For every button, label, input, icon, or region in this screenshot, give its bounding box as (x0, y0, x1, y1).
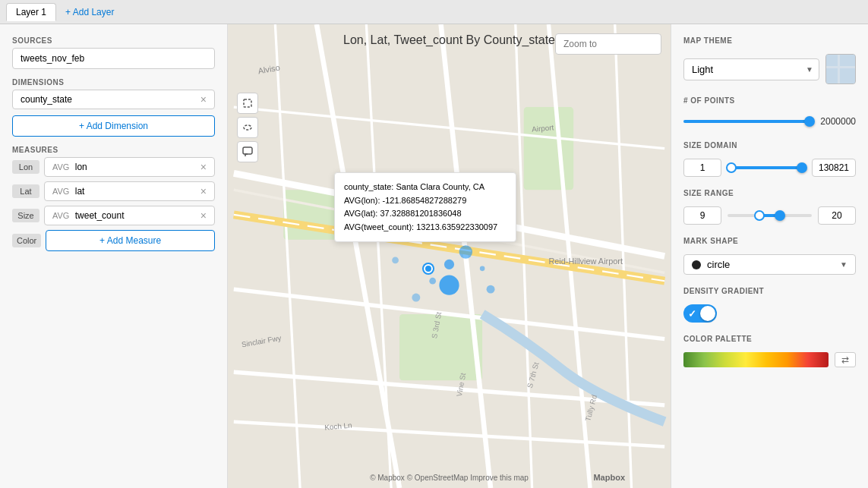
add-measure-button[interactable]: + Add Measure (46, 230, 215, 251)
svg-text:Reid-Hillview Airport: Reid-Hillview Airport (548, 257, 623, 266)
size-domain-slider-thumb-right[interactable] (797, 162, 807, 173)
comment-btn[interactable] (237, 141, 258, 162)
size-range-slider-thumb-right[interactable] (775, 210, 785, 221)
size-domain-max-input[interactable] (812, 159, 856, 177)
svg-point-29 (459, 245, 472, 258)
zoom-to-input[interactable] (555, 33, 661, 55)
svg-point-36 (244, 125, 251, 130)
size-domain-slider-fill (728, 166, 802, 169)
right-panel: MAP THEME Light Dark Satellite Streets ▼ (671, 24, 868, 488)
size-range-min-input[interactable] (683, 206, 721, 225)
measure-remove-lon[interactable]: × (200, 162, 207, 172)
sources-label: SOURCES (12, 36, 215, 45)
measure-pill-lon: AVG lon × (44, 157, 215, 177)
source-input[interactable] (12, 48, 215, 69)
toggle-check-icon: ✓ (688, 308, 696, 320)
color-palette-gradient[interactable] (683, 352, 829, 367)
map-svg: Alviso Reid-Hillview Airport Sinclair Fw… (228, 24, 671, 488)
size-range-label: SIZE RANGE (683, 189, 856, 197)
density-toggle-container: ✓ (683, 304, 856, 323)
tooltip-lon: AVG(lon): -121.86854827288279 (344, 194, 507, 208)
measure-badge-lat: Lat (12, 184, 39, 198)
tab-layer1[interactable]: Layer 1 (6, 3, 56, 21)
density-gradient-label: DENSITY GRADIENT (683, 287, 856, 295)
add-dimension-button[interactable]: + Add Dimension (12, 115, 215, 137)
measure-pill-lat: AVG lat × (44, 181, 215, 201)
map-theme-label: MAP THEME (683, 36, 856, 45)
mark-shape-value: circle (707, 259, 834, 270)
density-gradient-section: DENSITY GRADIENT ✓ (683, 287, 856, 323)
size-range-row (683, 206, 856, 225)
svg-rect-39 (826, 66, 856, 68)
size-range-max-input[interactable] (818, 206, 856, 225)
measure-field-size: tweet_count (72, 210, 124, 221)
svg-point-34 (439, 275, 459, 295)
size-domain-slider-thumb-left[interactable] (726, 162, 737, 173)
lasso-select-btn[interactable] (237, 117, 258, 138)
theme-row: Light Dark Satellite Streets ▼ (683, 54, 856, 84)
main-layout: SOURCES DIMENSIONS county_state × + Add … (0, 24, 868, 488)
measures-section: MEASURES Lon AVG lon × Lat AVG lat × Siz… (12, 146, 215, 256)
measure-remove-lat[interactable]: × (200, 186, 207, 197)
num-points-slider-track (683, 120, 812, 123)
measure-badge-size: Size (12, 209, 39, 222)
map-theme-select-wrapper: Light Dark Satellite Streets ▼ (683, 58, 819, 80)
mark-shape-label: MARK SHAPE (683, 237, 856, 245)
tab-bar: Layer 1 + Add Layer (0, 0, 868, 24)
dimension-remove-btn[interactable]: × (200, 94, 207, 105)
measures-label: MEASURES (12, 146, 215, 154)
measure-avg-size: AVG (52, 211, 69, 220)
measure-avg-lat: AVG (52, 187, 69, 196)
measure-badge-color: Color (12, 234, 41, 247)
palette-swap-button[interactable]: ⇄ (835, 352, 856, 367)
num-points-section: # OF POINTS 2000000 (683, 96, 856, 129)
svg-rect-37 (243, 147, 252, 154)
map-preview-thumbnail (825, 54, 856, 84)
size-domain-section: SIZE DOMAIN (683, 141, 856, 177)
measure-row-lat: Lat AVG lat × (12, 181, 215, 201)
map-theme-section: MAP THEME Light Dark Satellite Streets ▼ (683, 36, 856, 84)
num-points-slider-thumb[interactable] (804, 116, 815, 127)
tab-add-layer[interactable]: + Add Layer (59, 4, 120, 20)
size-range-slider-thumb-left[interactable] (754, 210, 765, 221)
size-domain-min-input[interactable] (683, 159, 721, 177)
tooltip-tweet: AVG(tweet_count): 13213.635922330097 (344, 221, 507, 235)
svg-point-27 (444, 260, 454, 269)
mark-shape-arrow: ▼ (840, 260, 847, 269)
svg-rect-38 (826, 55, 856, 84)
cursor-dot (424, 264, 433, 273)
map-theme-select[interactable]: Light Dark Satellite Streets (683, 58, 819, 80)
dimensions-label: DIMENSIONS (12, 78, 215, 87)
toggle-knob (700, 306, 715, 321)
svg-point-31 (480, 266, 485, 272)
mapbox-logo: Mapbox (593, 473, 625, 482)
num-points-label: # OF POINTS (683, 96, 856, 105)
map-attribution: © Mapbox © OpenStreetMap Improve this ma… (370, 474, 529, 482)
mark-shape-select[interactable]: circle ▼ (683, 254, 856, 275)
measure-remove-size[interactable]: × (200, 210, 207, 221)
measure-field-lon: lon (72, 162, 87, 172)
sources-section: SOURCES (12, 36, 215, 69)
measure-field-lat: lat (72, 186, 84, 197)
circle-shape-icon (692, 260, 701, 269)
svg-rect-35 (244, 99, 251, 107)
size-range-slider-track (728, 214, 812, 217)
measure-badge-lon: Lon (12, 160, 39, 174)
density-gradient-toggle[interactable]: ✓ (683, 304, 717, 323)
measure-row-size: Size AVG tweet_count × (12, 206, 215, 225)
svg-point-28 (429, 278, 436, 285)
map-area[interactable]: Alviso Reid-Hillview Airport Sinclair Fw… (228, 24, 671, 488)
svg-rect-40 (838, 55, 840, 84)
measure-pill-size: AVG tweet_count × (44, 206, 215, 225)
svg-rect-3 (524, 107, 573, 190)
polygon-select-btn[interactable] (237, 93, 258, 114)
svg-point-30 (412, 294, 420, 302)
color-palette-label: COLOR PALETTE (683, 335, 856, 343)
size-range-section: SIZE RANGE (683, 189, 856, 225)
map-tooltip: county_state: Santa Clara County, CA AVG… (334, 172, 516, 242)
mark-shape-section: MARK SHAPE circle ▼ (683, 237, 856, 275)
dimension-value: county_state (21, 94, 72, 105)
mark-shape-select-wrapper: circle ▼ (683, 254, 856, 275)
num-points-slider-wrapper (683, 114, 812, 129)
dimension-tag: county_state × (12, 90, 215, 109)
